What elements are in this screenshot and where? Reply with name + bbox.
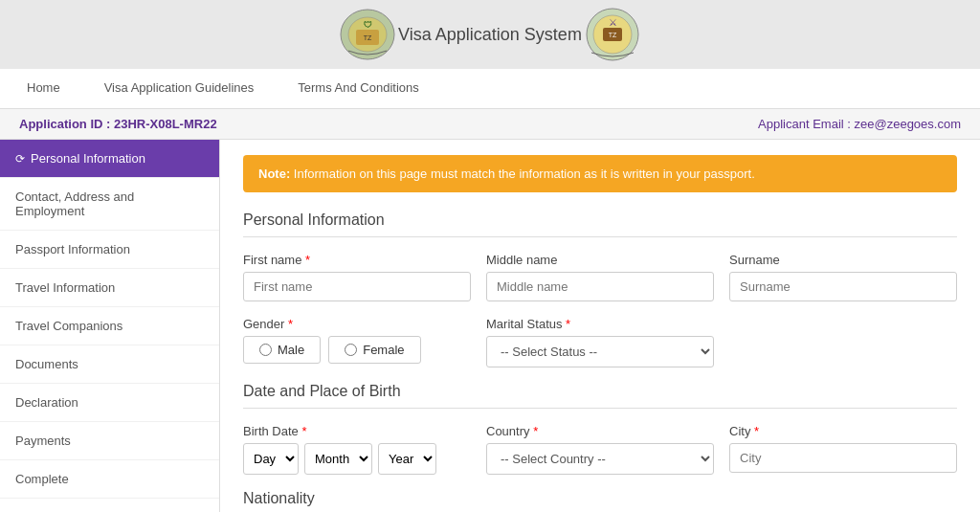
sidebar-label-declaration: Declaration bbox=[15, 395, 78, 410]
svg-text:⚔: ⚔ bbox=[609, 17, 617, 28]
country-group: Country * -- Select Country -- bbox=[486, 424, 714, 475]
sidebar: ⟳ Personal Information Contact, Address … bbox=[0, 140, 220, 512]
sidebar-item-payments[interactable]: Payments bbox=[0, 422, 219, 460]
sidebar-label-travel: Travel Information bbox=[15, 280, 115, 295]
top-header: 🛡 TZ Visa Application System ⚔ TZ bbox=[0, 0, 980, 69]
applicant-email-row: Applicant Email : zee@zeegoes.com bbox=[758, 117, 961, 131]
first-name-input[interactable] bbox=[243, 272, 471, 301]
nav-guidelines[interactable]: Visa Application Guidelines bbox=[97, 69, 262, 108]
surname-label: Surname bbox=[729, 253, 957, 267]
sidebar-label-payments: Payments bbox=[15, 434, 71, 448]
name-row: First name * Middle name Surname bbox=[243, 253, 957, 301]
spacer-group bbox=[729, 317, 957, 367]
app-bar: Application ID : 23HR-X08L-MR22 Applican… bbox=[0, 109, 980, 140]
content-area: Note: Information on this page must matc… bbox=[220, 140, 980, 512]
application-id-row: Application ID : 23HR-X08L-MR22 bbox=[19, 117, 217, 131]
sidebar-label-passport: Passport Information bbox=[15, 242, 130, 256]
first-name-label: First name * bbox=[243, 253, 471, 267]
sidebar-item-personal-information[interactable]: ⟳ Personal Information bbox=[0, 140, 219, 178]
sidebar-item-companions[interactable]: Travel Companions bbox=[0, 307, 219, 345]
alert-box: Note: Information on this page must matc… bbox=[243, 155, 957, 192]
country-label: Country * bbox=[486, 424, 714, 438]
sidebar-item-complete[interactable]: Complete bbox=[0, 460, 219, 499]
app-id-label: Application ID : bbox=[19, 117, 110, 131]
birth-row: Birth Date * Day Month Year bbox=[243, 424, 957, 475]
sidebar-label-contact: Contact, Address and Employment bbox=[15, 189, 204, 218]
gender-male-option[interactable]: Male bbox=[243, 336, 321, 364]
nav-home[interactable]: Home bbox=[19, 69, 68, 108]
sync-icon: ⟳ bbox=[15, 152, 25, 166]
sidebar-label-companions: Travel Companions bbox=[15, 319, 122, 333]
sidebar-item-declaration[interactable]: Declaration bbox=[0, 384, 219, 422]
first-name-required: * bbox=[305, 253, 310, 267]
gender-group: Gender * Male Female bbox=[243, 317, 471, 367]
main-layout: ⟳ Personal Information Contact, Address … bbox=[0, 140, 980, 512]
middle-name-group: Middle name bbox=[486, 253, 714, 301]
city-group: City * bbox=[729, 424, 957, 475]
svg-text:TZ: TZ bbox=[609, 32, 617, 38]
svg-text:TZ: TZ bbox=[363, 34, 371, 41]
sidebar-label-complete: Complete bbox=[15, 472, 69, 486]
gender-female-label: Female bbox=[363, 343, 404, 357]
gender-options: Male Female bbox=[243, 336, 471, 364]
birth-year-select[interactable]: Year bbox=[378, 443, 436, 475]
birth-month-select[interactable]: Month bbox=[304, 443, 372, 475]
gender-female-option[interactable]: Female bbox=[328, 336, 420, 364]
sidebar-item-documents[interactable]: Documents bbox=[0, 345, 219, 384]
birth-date-label: Birth Date * bbox=[243, 424, 471, 438]
gender-label: Gender * bbox=[243, 317, 471, 331]
city-input[interactable] bbox=[729, 443, 957, 473]
gender-male-radio[interactable] bbox=[259, 344, 272, 356]
middle-name-label: Middle name bbox=[486, 253, 714, 267]
nav-terms[interactable]: Terms And Conditions bbox=[290, 69, 426, 108]
sidebar-item-passport[interactable]: Passport Information bbox=[0, 231, 219, 269]
country-select[interactable]: -- Select Country -- bbox=[486, 443, 714, 475]
email-value: zee@zeegoes.com bbox=[855, 117, 961, 131]
sidebar-label-documents: Documents bbox=[15, 357, 78, 371]
alert-message: Information on this page must match the … bbox=[294, 167, 755, 181]
logo-right: ⚔ TZ bbox=[582, 6, 644, 63]
section-personal-title: Personal Information bbox=[243, 211, 957, 237]
application-id-value: 23HR-X08L-MR22 bbox=[114, 117, 217, 131]
sidebar-item-travel[interactable]: Travel Information bbox=[0, 269, 219, 307]
middle-name-input[interactable] bbox=[486, 272, 714, 301]
alert-prefix: Note: bbox=[258, 167, 290, 181]
surname-input[interactable] bbox=[729, 272, 957, 301]
gender-male-label: Male bbox=[278, 343, 304, 357]
sidebar-label-personal: Personal Information bbox=[31, 151, 145, 166]
city-label: City * bbox=[729, 424, 957, 438]
gender-marital-row: Gender * Male Female Marital Status bbox=[243, 317, 957, 367]
birth-day-select[interactable]: Day bbox=[243, 443, 299, 475]
logo-left: 🛡 TZ bbox=[336, 6, 398, 63]
surname-group: Surname bbox=[729, 253, 957, 301]
birth-date-selects: Day Month Year bbox=[243, 443, 471, 475]
marital-status-label: Marital Status * bbox=[486, 317, 714, 331]
gender-female-radio[interactable] bbox=[345, 344, 357, 356]
site-title: Visa Application System bbox=[398, 25, 582, 45]
sidebar-item-contact[interactable]: Contact, Address and Employment bbox=[0, 178, 219, 231]
svg-text:🛡: 🛡 bbox=[363, 20, 371, 30]
nav-bar: Home Visa Application Guidelines Terms A… bbox=[0, 69, 980, 109]
birth-date-group: Birth Date * Day Month Year bbox=[243, 424, 471, 475]
section-nationality-title: Nationality bbox=[243, 490, 957, 512]
email-label: Applicant Email : bbox=[758, 117, 851, 131]
first-name-group: First name * bbox=[243, 253, 471, 301]
marital-status-group: Marital Status * -- Select Status -- Sin… bbox=[486, 317, 714, 367]
marital-status-select[interactable]: -- Select Status -- Single Married Divor… bbox=[486, 336, 714, 367]
section-birth-title: Date and Place of Birth bbox=[243, 383, 957, 409]
